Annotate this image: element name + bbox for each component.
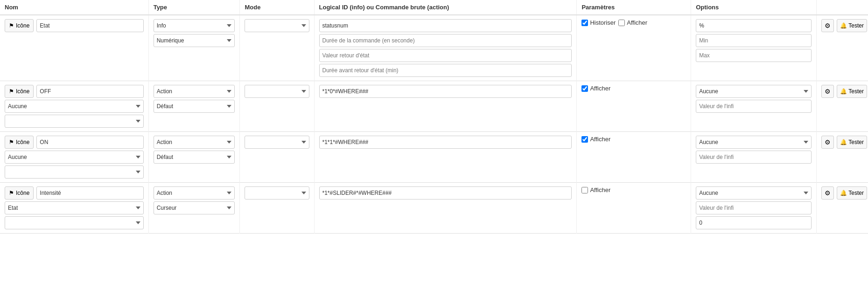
mode-cell (240, 183, 314, 234)
bell-icon: 🔔 (840, 139, 847, 145)
nom-cell: ⚑IcôneAucune (0, 81, 148, 132)
table-row: ⚑IcôneEtatAucuneInfoActionDéfautCurseurA… (0, 183, 868, 234)
gear-button[interactable]: ⚙ (821, 186, 834, 200)
aucune-select[interactable]: Aucune (696, 85, 812, 98)
logid-cell (314, 15, 577, 81)
mode-select[interactable]: DéfautCurseur (245, 19, 309, 32)
valeur-info-input[interactable] (696, 151, 812, 164)
type-select[interactable]: InfoAction (154, 136, 235, 149)
nom-cell: ⚑IcôneEtatAucune (0, 183, 148, 234)
afficher-checkbox[interactable] (581, 136, 588, 143)
params-cell: Afficher (577, 183, 691, 234)
logid-input[interactable] (319, 186, 572, 200)
zero-input[interactable] (696, 216, 812, 229)
col-header-params: Paramètres (577, 0, 691, 15)
type-select[interactable]: InfoAction (154, 19, 235, 32)
max-input[interactable] (696, 49, 812, 62)
type-cell: InfoActionNumériqueBinaireAutre (148, 15, 240, 81)
subtype-select[interactable]: NumériqueBinaireAutre (154, 34, 235, 47)
tester-button[interactable]: 🔔Tester (837, 19, 867, 32)
extra-input[interactable] (319, 34, 572, 47)
logid-input[interactable] (319, 136, 572, 149)
mode-select[interactable] (245, 85, 309, 98)
nom-input[interactable] (36, 136, 143, 149)
type-select[interactable]: InfoAction (154, 186, 235, 200)
type-select[interactable]: InfoAction (154, 85, 235, 98)
logid-cell (314, 132, 577, 183)
icone-button[interactable]: ⚑Icône (5, 136, 34, 149)
aucune-select[interactable]: Aucune (696, 186, 812, 200)
mode-cell (240, 81, 314, 132)
nom-sub2-select[interactable] (5, 216, 144, 229)
table-row: ⚑IcôneAucuneInfoActionDéfautCurseurAffic… (0, 81, 868, 132)
subtype-select[interactable]: DéfautCurseur (154, 151, 235, 164)
afficher-label[interactable]: Afficher (618, 19, 647, 26)
nom-sub1-select[interactable]: EtatAucune (5, 201, 144, 214)
tester-label: Tester (848, 22, 864, 29)
subtype-select[interactable]: DéfautCurseur (154, 100, 235, 113)
gear-button[interactable]: ⚙ (821, 85, 834, 98)
logid-cell (314, 81, 577, 132)
min-input[interactable] (696, 34, 812, 47)
options-cell (691, 15, 817, 81)
params-cell: Afficher (577, 132, 691, 183)
tester-label: Tester (848, 139, 864, 145)
mode-cell (240, 132, 314, 183)
extra-input[interactable] (319, 49, 572, 62)
options-cell: Aucune (691, 81, 817, 132)
type-cell: InfoActionDéfautCurseur (148, 81, 240, 132)
afficher-checkbox[interactable] (581, 187, 588, 193)
unite-input[interactable] (696, 19, 812, 32)
historiser-checkbox[interactable] (581, 20, 588, 26)
nom-cell: ⚑IcôneAucune (0, 132, 148, 183)
afficher-label[interactable]: Afficher (581, 186, 610, 193)
logid-input[interactable] (319, 19, 572, 32)
historiser-label[interactable]: Historiser (581, 19, 616, 26)
tester-button[interactable]: 🔔Tester (837, 136, 867, 149)
afficher-checkbox[interactable] (618, 20, 625, 26)
options-cell: Aucune (691, 132, 817, 183)
type-cell: InfoActionDéfautCurseur (148, 132, 240, 183)
icone-button[interactable]: ⚑Icône (5, 186, 34, 200)
bell-icon: 🔔 (840, 22, 847, 29)
nom-input[interactable] (36, 186, 143, 200)
nom-sub2-select[interactable] (5, 115, 144, 128)
tester-button[interactable]: 🔔Tester (837, 186, 867, 200)
icone-button[interactable]: ⚑Icône (5, 19, 34, 32)
aucune-select[interactable]: Aucune (696, 136, 812, 149)
icone-button[interactable]: ⚑Icône (5, 85, 34, 98)
valeur-info-input[interactable] (696, 201, 812, 214)
actions-cell: ⚙🔔Tester− (817, 132, 868, 183)
extra-input[interactable] (319, 64, 572, 77)
table-body: ⚑IcôneInfoActionNumériqueBinaireAutreDéf… (0, 15, 868, 234)
gear-button[interactable]: ⚙ (821, 19, 834, 32)
nom-sub1-select[interactable]: Aucune (5, 100, 144, 113)
subtype-select[interactable]: DéfautCurseur (154, 201, 235, 214)
actions-cell: ⚙🔔Tester− (817, 15, 868, 81)
logid-input[interactable] (319, 85, 572, 98)
nom-input[interactable] (36, 85, 143, 98)
tester-button[interactable]: 🔔Tester (837, 85, 867, 98)
mode-cell: DéfautCurseur (240, 15, 314, 81)
table-row: ⚑IcôneInfoActionNumériqueBinaireAutreDéf… (0, 15, 868, 81)
params-cell: Afficher (577, 81, 691, 132)
afficher-label[interactable]: Afficher (581, 136, 610, 143)
col-header-logid: Logical ID (info) ou Commande brute (act… (314, 0, 577, 15)
main-table-container: Nom Type Mode Logical ID (info) ou Comma… (0, 0, 868, 234)
col-header-type: Type (148, 0, 240, 15)
table-header-row: Nom Type Mode Logical ID (info) ou Comma… (0, 0, 868, 15)
afficher-label[interactable]: Afficher (581, 85, 610, 92)
valeur-info-input[interactable] (696, 100, 812, 113)
options-cell: Aucune (691, 183, 817, 234)
table-row: ⚑IcôneAucuneInfoActionDéfautCurseurAffic… (0, 132, 868, 183)
col-header-nom: Nom (0, 0, 148, 15)
actions-cell: ⚙🔔Tester− (817, 81, 868, 132)
nom-sub1-select[interactable]: Aucune (5, 151, 144, 164)
nom-sub2-select[interactable] (5, 165, 144, 179)
afficher-checkbox[interactable] (581, 85, 588, 92)
gear-button[interactable]: ⚙ (821, 136, 834, 149)
nom-cell: ⚑Icône (0, 15, 148, 81)
nom-input[interactable] (36, 19, 143, 32)
mode-select[interactable] (245, 186, 309, 200)
mode-select[interactable] (245, 136, 309, 149)
